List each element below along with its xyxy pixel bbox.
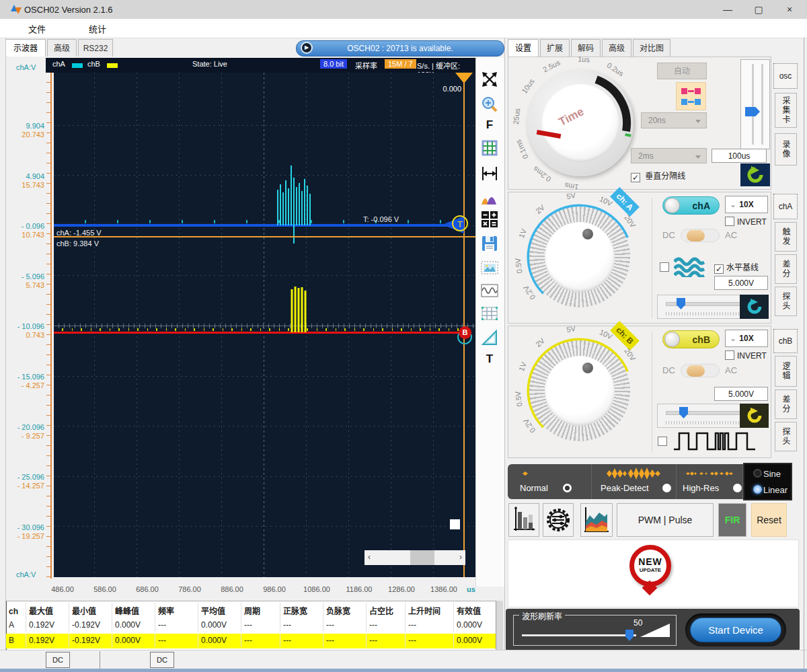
mode-highres-radio[interactable] — [733, 484, 742, 492]
chA-baseline-checkbox[interactable]: ✓水平基线 — [714, 261, 759, 274]
horizontal-cursor-line[interactable] — [54, 236, 475, 237]
device-status-pill[interactable]: OSCH02 : 20713 is available. — [296, 40, 504, 57]
chA-level-value[interactable]: 5.000V — [714, 276, 768, 290]
chB-offset-handle[interactable] — [679, 407, 688, 418]
mode-normal[interactable]: Normal — [508, 464, 592, 499]
chB-invert-checkbox[interactable]: INVERT — [725, 350, 767, 361]
chB-coupling-indicator[interactable]: DC — [150, 652, 174, 668]
side-tab-录像[interactable]: 录像 — [775, 133, 797, 165]
side-tab-探头[interactable]: 探头 — [775, 287, 797, 316]
table-header-cell[interactable]: 负脉宽 — [323, 603, 366, 618]
settings-gear-button[interactable] — [543, 503, 574, 537]
resize-handle[interactable] — [450, 519, 460, 529]
auto-button[interactable]: 自动 — [657, 63, 707, 79]
area-chart-button[interactable] — [580, 503, 613, 537]
time-knob[interactable]: Time — [527, 70, 633, 176]
scroll-right-icon[interactable]: › — [459, 552, 462, 562]
time-position-marker[interactable] — [455, 73, 473, 83]
chA-persistence-checkbox[interactable] — [660, 262, 669, 272]
mode-high-res[interactable]: High-Res — [677, 464, 743, 499]
reset-button[interactable]: Reset — [751, 503, 787, 537]
chB-probe-dropdown[interactable]: ⌄10X — [725, 330, 768, 347]
right-tab-设置[interactable]: 设置 — [508, 39, 539, 57]
right-tab-对比图[interactable]: 对比图 — [633, 39, 670, 57]
histogram-view-button[interactable] — [508, 503, 539, 537]
fir-button[interactable]: FIR — [718, 503, 746, 537]
table-header-cell[interactable]: 上升时间 — [405, 603, 453, 618]
ruler-icon[interactable] — [480, 328, 499, 347]
table-header-cell[interactable]: 周期 — [241, 603, 280, 618]
table-header-cell[interactable]: 占空比 — [366, 603, 405, 618]
side-tab-chA[interactable]: chA — [773, 194, 798, 219]
menu-statistics[interactable]: 统计 — [89, 22, 106, 35]
table-icon[interactable] — [480, 304, 499, 323]
mode-peak-radio[interactable] — [662, 484, 671, 492]
time-reset-button[interactable] — [740, 163, 770, 186]
side-tab-探头[interactable]: 探头 — [775, 422, 797, 451]
start-device-button[interactable]: Start Device — [690, 618, 781, 642]
scroll-left-icon[interactable]: ‹ — [368, 552, 371, 562]
vertical-divider-checkbox[interactable]: ✓ 垂直分隔线 — [631, 170, 685, 182]
interpolation-box[interactable]: Sine Linear — [743, 463, 792, 500]
refresh-slider-handle[interactable] — [625, 630, 633, 641]
table-header-cell[interactable]: 最小值 — [69, 603, 112, 618]
timebase-slider[interactable] — [740, 59, 770, 149]
right-tab-高级[interactable]: 高级 — [602, 39, 631, 57]
main-tab-高级[interactable]: 高级 — [47, 39, 77, 57]
chB-reset-button[interactable] — [740, 404, 769, 428]
screenshot-icon[interactable] — [480, 258, 499, 277]
menu-file[interactable]: 文件 — [28, 22, 46, 35]
sine-radio[interactable] — [753, 469, 762, 478]
chA-invert-checkbox[interactable]: INVERT — [725, 217, 767, 227]
main-tab-RS232[interactable]: RS232 — [78, 39, 113, 57]
histogram-icon[interactable] — [480, 188, 499, 207]
side-tab-差分[interactable]: 差分 — [775, 389, 797, 419]
chA-coupling-indicator[interactable]: DC — [46, 652, 70, 668]
vertical-cursor-line[interactable] — [463, 73, 465, 577]
table-scrollbar[interactable] — [496, 601, 503, 650]
mode-peak-detect[interactable]: Peak-Detect — [592, 464, 677, 499]
chB-digital-checkbox[interactable] — [658, 437, 667, 447]
side-tab-chB[interactable]: chB — [773, 329, 798, 353]
side-tab-差分[interactable]: 差分 — [775, 254, 797, 284]
table-header-cell[interactable]: 最大值 — [26, 603, 69, 618]
scrollbar-thumb[interactable] — [410, 550, 434, 565]
chB-marker[interactable]: B — [459, 326, 471, 339]
close-button[interactable]: × — [775, 0, 804, 19]
measure-width-icon[interactable] — [480, 164, 499, 183]
chA-probe-dropdown[interactable]: ⌄10X — [725, 196, 768, 213]
right-tab-扩展[interactable]: 扩展 — [540, 39, 570, 57]
table-header-cell[interactable]: 正脉宽 — [280, 603, 323, 618]
timebase-dropdown[interactable]: 2ms — [631, 148, 707, 163]
chB-coupling-toggle[interactable] — [681, 364, 720, 377]
table-row-A[interactable]: A0.192V-0.192V0.000V---0.000V-----------… — [5, 618, 496, 633]
pwm-pulse-button[interactable]: PWM | Pulse — [617, 503, 714, 537]
fft-icon[interactable]: F — [480, 118, 499, 137]
table-row-B[interactable]: B0.192V-0.192V0.000V---0.000V-----------… — [5, 634, 496, 648]
side-tab-逻辑[interactable]: 逻辑 — [775, 356, 797, 387]
display-layout-button[interactable] — [676, 82, 706, 110]
acquisition-depth-dropdown[interactable]: 20ns — [641, 112, 707, 128]
side-tab-采集卡[interactable]: 采集卡 — [775, 93, 797, 128]
table-header-cell[interactable]: 有效值 — [453, 603, 492, 618]
table-header-cell[interactable]: 频率 — [155, 603, 198, 618]
table-header-cell[interactable]: 平均值 — [198, 603, 241, 618]
grid-icon[interactable] — [480, 139, 499, 157]
chA-coupling-toggle[interactable] — [681, 229, 720, 242]
main-tab-示波器[interactable]: 示波器 — [5, 39, 46, 57]
math-icon[interactable] — [480, 210, 499, 229]
chA-gain-knob[interactable] — [529, 207, 630, 307]
plot-scrollbar[interactable]: ‹ › — [364, 550, 465, 565]
trigger-text-icon[interactable]: T — [480, 352, 499, 371]
trigger-marker-t[interactable]: T — [452, 215, 468, 231]
chB-level-value[interactable]: 5.000V — [714, 387, 768, 401]
waveform-icon[interactable] — [480, 281, 499, 300]
mode-normal-radio[interactable] — [563, 484, 572, 492]
chA-enable-toggle[interactable]: chA — [662, 196, 720, 215]
maximize-button[interactable]: ▢ — [744, 0, 773, 19]
zoom-in-icon[interactable] — [480, 96, 499, 114]
side-tab-osc[interactable]: osc — [773, 63, 798, 89]
side-tab-触发[interactable]: 触发 — [775, 222, 797, 252]
play-icon[interactable]: ▶ — [301, 42, 313, 54]
minimize-button[interactable]: — — [713, 0, 742, 19]
